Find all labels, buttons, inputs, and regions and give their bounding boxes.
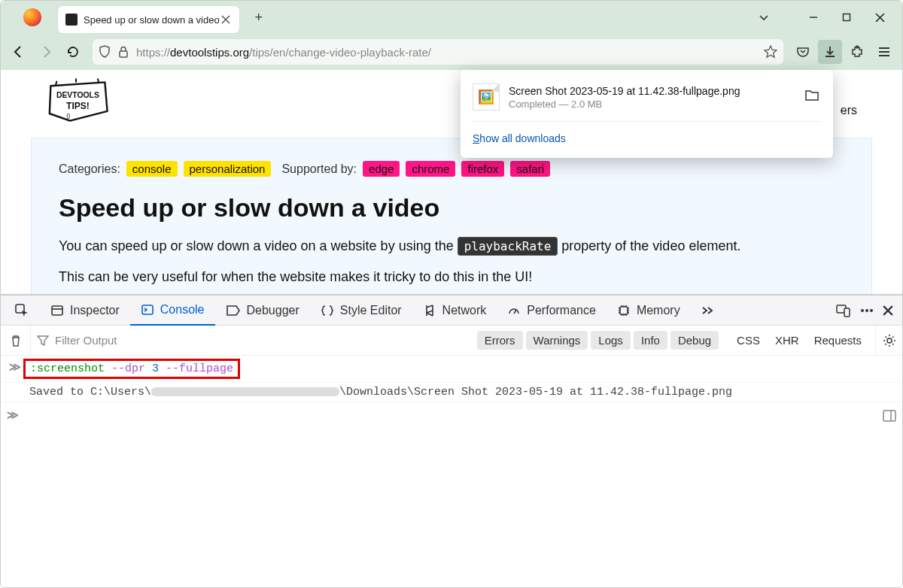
lock-icon[interactable]	[118, 46, 129, 58]
tab-close-icon[interactable]	[220, 14, 232, 26]
svg-rect-16	[883, 411, 895, 421]
responsive-design-icon[interactable]	[836, 304, 851, 317]
maximize-button[interactable]	[830, 7, 863, 28]
supported-label: Supported by:	[281, 162, 357, 176]
prompt-icon: ≫	[7, 359, 23, 374]
svg-point-14	[870, 309, 873, 312]
download-item[interactable]: 🖼️ Screen Shot 2023-05-19 at 11.42.38-fu…	[461, 76, 833, 118]
page-nav-fragment: ers	[841, 104, 857, 117]
filter-info[interactable]: Info	[634, 331, 667, 350]
filter-css[interactable]: CSS	[729, 334, 768, 347]
download-status: Completed — 2.0 MB	[509, 99, 795, 110]
filter-debug[interactable]: Debug	[670, 331, 719, 350]
filter-xhr[interactable]: XHR	[768, 334, 807, 347]
article-title: Speed up or slow down a video	[59, 193, 844, 223]
devtools-tab-inspector[interactable]: Inspector	[40, 296, 130, 326]
toolbar: https://devtoolstips.org/tips/en/change-…	[1, 34, 902, 70]
categories-label: Categories:	[59, 162, 120, 176]
category-tag[interactable]: personalization	[184, 161, 272, 177]
shield-icon[interactable]	[99, 45, 111, 59]
clear-console-icon[interactable]	[1, 326, 31, 355]
svg-point-12	[861, 309, 864, 312]
filter-requests[interactable]: Requests	[807, 334, 869, 347]
svg-rect-7	[52, 306, 62, 315]
show-all-downloads[interactable]: Show all downloads	[461, 125, 833, 152]
titlebar: Speed up or slow down a video +	[1, 1, 902, 34]
devtools-tab-debugger[interactable]: Debugger	[215, 296, 310, 326]
reload-button[interactable]	[61, 40, 85, 64]
browser-tag[interactable]: firefox	[461, 161, 504, 177]
devtools-tab-network[interactable]: Network	[412, 296, 497, 326]
tab-title: Speed up or slow down a video	[84, 14, 220, 26]
redacted-path	[151, 387, 339, 396]
filter-warnings[interactable]: Warnings	[526, 331, 588, 350]
svg-rect-0	[844, 14, 850, 21]
filter-icon	[37, 335, 49, 346]
console-settings-icon[interactable]	[875, 326, 902, 356]
url-text: https://devtoolstips.org/tips/en/change-…	[136, 46, 764, 59]
article: Categories: console personalization Supp…	[31, 138, 872, 294]
favicon-icon	[65, 14, 78, 26]
article-paragraph: This can be very useful for when the web…	[59, 267, 844, 287]
svg-text:{}: {}	[66, 112, 71, 119]
svg-rect-11	[844, 308, 850, 317]
svg-point-15	[887, 338, 892, 343]
minimize-button[interactable]	[797, 7, 830, 28]
devtools-menu-icon[interactable]	[860, 308, 874, 313]
file-icon: 🖼️	[473, 83, 500, 111]
firefox-logo-icon	[23, 8, 41, 26]
console-filter-row: Filter Output Errors Warnings Logs Info …	[1, 326, 902, 356]
console-output-line: Saved to C:\Users\\Downloads\Screen Shot…	[1, 383, 902, 402]
svg-text:TIPS!: TIPS!	[66, 101, 90, 111]
tabs-dropdown-icon[interactable]	[753, 7, 774, 28]
downloads-popover: 🖼️ Screen Shot 2023-05-19 at 11.42.38-fu…	[461, 70, 833, 158]
forward-button[interactable]	[34, 40, 58, 64]
category-tag[interactable]: console	[126, 161, 178, 177]
devtools-pick-element[interactable]	[4, 296, 40, 326]
console-command-line: ≫ :screenshot --dpr 3 --fullpage	[1, 356, 902, 383]
filter-logs[interactable]: Logs	[591, 331, 631, 350]
prompt-icon: ≫	[7, 408, 19, 423]
devtools-tabs-overflow[interactable]	[691, 296, 725, 326]
devtools-tab-memory[interactable]: Memory	[607, 296, 691, 326]
split-console-icon[interactable]	[883, 410, 896, 422]
browser-tag[interactable]: chrome	[406, 161, 455, 177]
filter-errors[interactable]: Errors	[477, 331, 523, 350]
bookmark-star-icon[interactable]	[764, 45, 777, 59]
article-paragraph: You can speed up or slow down a video on…	[59, 236, 844, 256]
browser-tab[interactable]: Speed up or slow down a video	[58, 6, 239, 33]
back-button[interactable]	[7, 40, 31, 64]
url-bar[interactable]: https://devtoolstips.org/tips/en/change-…	[93, 39, 783, 65]
pocket-button[interactable]	[791, 40, 815, 64]
svg-rect-9	[620, 307, 628, 314]
console-input[interactable]: ≫	[1, 402, 902, 429]
filter-input[interactable]: Filter Output	[31, 334, 474, 347]
download-filename: Screen Shot 2023-05-19 at 11.42.38-fullp…	[509, 85, 795, 97]
divider	[473, 121, 821, 122]
highlighted-command: :screenshot --dpr 3 --fullpage	[23, 359, 240, 379]
devtools-tab-performance[interactable]: Performance	[497, 296, 607, 326]
console-output: ≫ :screenshot --dpr 3 --fullpage Saved t…	[1, 356, 902, 587]
devtools-tab-style-editor[interactable]: Style Editor	[310, 296, 412, 326]
svg-text:DEVTOOLS: DEVTOOLS	[56, 91, 99, 99]
devtools-close-icon[interactable]	[883, 305, 893, 316]
new-tab-button[interactable]: +	[248, 7, 269, 28]
open-folder-icon[interactable]	[804, 89, 821, 105]
devtools-panel: Inspector Console Debugger Style Editor …	[1, 294, 902, 587]
browser-tag[interactable]: safari	[510, 161, 550, 177]
browser-tag[interactable]: edge	[363, 161, 400, 177]
close-window-button[interactable]	[863, 7, 896, 28]
site-logo[interactable]: DEVTOOLSTIPS!{}	[46, 77, 112, 126]
devtools-tab-console[interactable]: Console	[130, 296, 215, 326]
devtools-tabs: Inspector Console Debugger Style Editor …	[1, 296, 902, 326]
extensions-button[interactable]	[845, 40, 869, 64]
menu-button[interactable]	[872, 40, 896, 64]
downloads-button[interactable]	[818, 40, 842, 64]
svg-rect-1	[120, 51, 127, 57]
code-token: playbackRate	[458, 237, 558, 256]
svg-point-13	[865, 309, 868, 312]
